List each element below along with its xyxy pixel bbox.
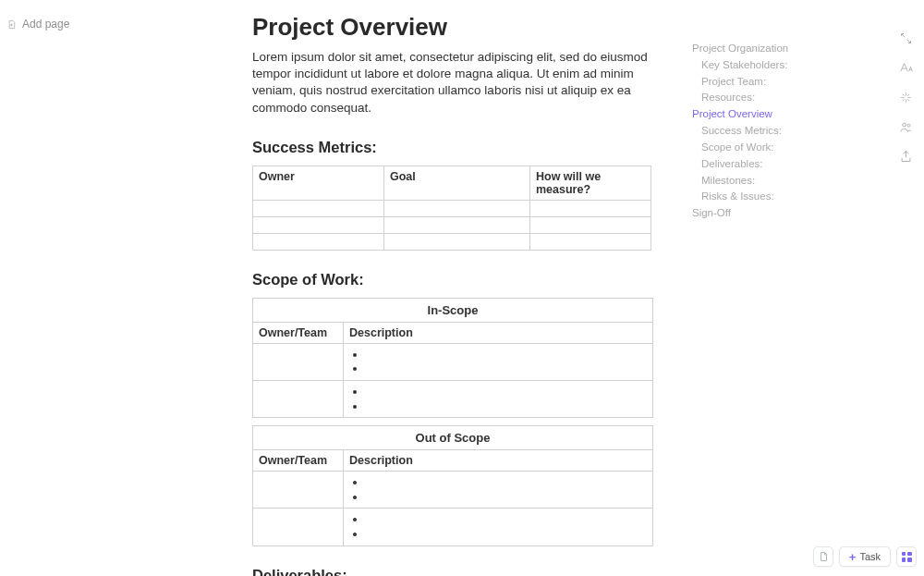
outline-item-active[interactable]: Project Overview [690,106,801,123]
col-measure[interactable]: How will we measure? [530,165,651,200]
metrics-table[interactable]: Owner Goal How will we measure? [252,165,651,251]
out-scope-title[interactable]: Out of Scope [253,426,653,450]
in-scope-table[interactable]: In-Scope Owner/Team Description [252,298,653,418]
outline-item[interactable]: Project Organization [690,41,801,57]
outline-item[interactable]: Resources: [690,90,801,106]
table-row[interactable] [253,472,653,509]
plus-icon: + [849,551,857,563]
col-goal[interactable]: Goal [384,165,530,200]
outline-item[interactable]: Deliverables: [690,156,801,173]
task-label: Task [859,551,881,562]
table-header-row: Owner/Team Description [253,322,653,343]
table-row[interactable] [253,343,653,380]
outline-item[interactable]: Project Team: [690,74,801,91]
col-owner-team[interactable]: Owner/Team [253,450,344,472]
bottom-controls: + Task [813,546,917,567]
outline-item[interactable]: Risks & Issues: [690,189,801,205]
table-row[interactable] [253,200,651,216]
add-page-label: Add page [22,18,69,31]
add-page-button[interactable]: Add page [6,18,69,31]
page-title: Project Overview [252,13,653,42]
table-row[interactable] [253,233,651,250]
svg-point-1 [907,124,910,127]
share-icon[interactable] [899,150,913,164]
outline-item[interactable]: Sign-Off [690,205,801,222]
outline-item[interactable]: Milestones: [690,173,801,190]
typography-icon[interactable] [899,61,913,75]
in-scope-title[interactable]: In-Scope [253,298,653,322]
document-icon [818,551,829,562]
table-row[interactable] [253,216,651,233]
intro-paragraph[interactable]: Lorem ipsum dolor sit amet, consectetur … [252,49,653,116]
task-button[interactable]: + Task [839,546,891,567]
expand-icon[interactable] [899,31,913,45]
outline-item[interactable]: Key Stakeholders: [690,57,801,74]
col-owner[interactable]: Owner [253,165,384,200]
svg-point-0 [903,123,906,127]
doc-button[interactable] [813,546,833,567]
document-outline: Project Organization Key Stakeholders: P… [690,41,801,222]
table-row[interactable] [253,381,653,418]
col-description[interactable]: Description [344,322,653,343]
page-plus-icon [6,19,17,30]
col-description[interactable]: Description [344,450,653,472]
col-owner-team[interactable]: Owner/Team [253,322,344,343]
outline-item[interactable]: Success Metrics: [690,123,801,140]
grid-icon [902,552,912,562]
table-header-row: Owner/Team Description [253,450,653,472]
table-header-row: Owner Goal How will we measure? [253,165,651,200]
outline-item[interactable]: Scope of Work: [690,140,801,156]
heading-deliverables[interactable]: Deliverables: [252,567,653,576]
right-toolbar [899,31,913,164]
out-scope-table[interactable]: Out of Scope Owner/Team Description [252,425,653,545]
table-row[interactable] [253,509,653,545]
heading-scope[interactable]: Scope of Work: [252,271,653,288]
apps-button[interactable] [896,546,917,567]
people-icon[interactable] [899,120,913,134]
document-main: Project Overview Lorem ipsum dolor sit a… [252,13,653,576]
heading-success-metrics[interactable]: Success Metrics: [252,139,653,156]
sparkle-icon[interactable] [899,91,913,104]
